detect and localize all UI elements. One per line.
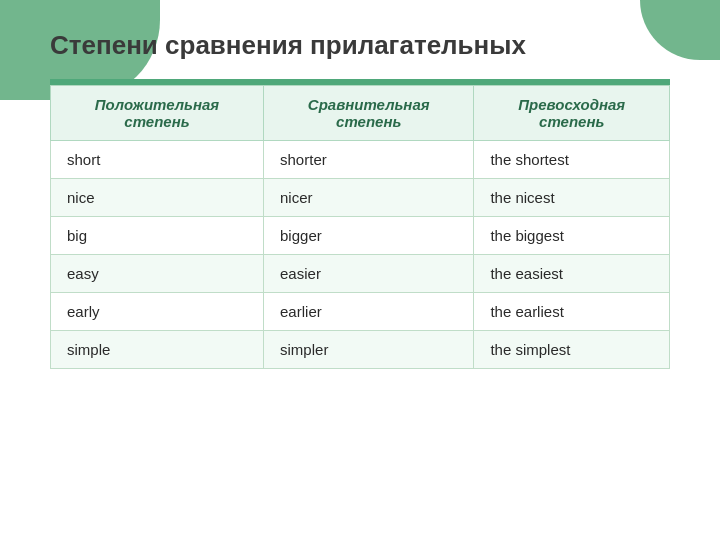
cell-positive: nice xyxy=(51,179,264,217)
table-row: simplesimplerthe simplest xyxy=(51,331,670,369)
page-title: Степени сравнения прилагательных xyxy=(0,0,720,79)
table-row: easyeasierthe easiest xyxy=(51,255,670,293)
cell-positive: big xyxy=(51,217,264,255)
table-row: nicenicerthe nicest xyxy=(51,179,670,217)
cell-positive: short xyxy=(51,141,264,179)
cell-superlative: the nicest xyxy=(474,179,670,217)
cell-superlative: the easiest xyxy=(474,255,670,293)
table-header-row: Положительная степень Сравнительная степ… xyxy=(51,86,670,141)
cell-comparative: bigger xyxy=(264,217,474,255)
cell-superlative: the biggest xyxy=(474,217,670,255)
table-row: earlyearlierthe earliest xyxy=(51,293,670,331)
col-header-positive: Положительная степень xyxy=(51,86,264,141)
col-header-superlative: Превосходная степень xyxy=(474,86,670,141)
comparison-table: Положительная степень Сравнительная степ… xyxy=(50,85,670,369)
cell-positive: early xyxy=(51,293,264,331)
cell-comparative: earlier xyxy=(264,293,474,331)
cell-comparative: nicer xyxy=(264,179,474,217)
cell-superlative: the simplest xyxy=(474,331,670,369)
cell-comparative: easier xyxy=(264,255,474,293)
cell-comparative: shorter xyxy=(264,141,474,179)
table-container: Положительная степень Сравнительная степ… xyxy=(50,79,670,369)
cell-positive: simple xyxy=(51,331,264,369)
cell-positive: easy xyxy=(51,255,264,293)
cell-superlative: the shortest xyxy=(474,141,670,179)
table-row: shortshorterthe shortest xyxy=(51,141,670,179)
cell-comparative: simpler xyxy=(264,331,474,369)
table-row: bigbiggerthe biggest xyxy=(51,217,670,255)
cell-superlative: the earliest xyxy=(474,293,670,331)
col-header-comparative: Сравнительная степень xyxy=(264,86,474,141)
